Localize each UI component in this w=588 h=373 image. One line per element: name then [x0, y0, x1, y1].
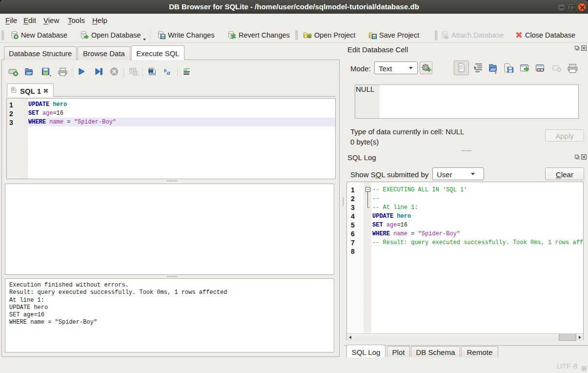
- svg-text:a: a: [167, 69, 170, 76]
